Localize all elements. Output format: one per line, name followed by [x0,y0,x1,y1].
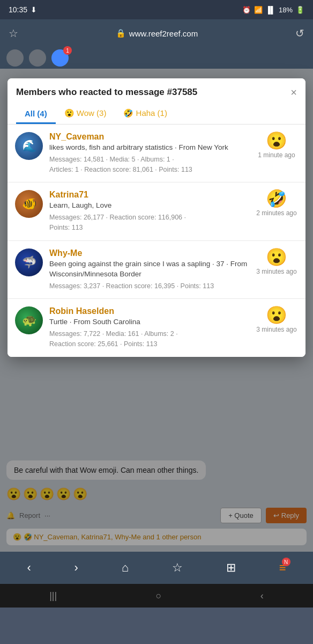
nav-tabs[interactable]: ⊞ [226,561,236,575]
nav-home[interactable]: ⌂ [122,561,129,575]
tab-haha-label: Haha (1) [136,108,167,118]
tab-wow[interactable]: 😮 Wow (3) [56,104,115,124]
signal-icon: ▐▌ [266,6,275,14]
wifi-icon: 📶 [254,6,263,14]
status-right: ⏰ 📶 ▐▌ 18% 🔋 [242,6,304,14]
member-stats-2: Reaction score: 25,661 · Points: 113 [49,340,158,348]
tab-wow-label: Wow (3) [77,108,107,118]
modal-title-row: Members who reacted to message #37585 × [16,87,297,98]
member-item: 🦈 Why-Me Been going against the grain si… [8,241,305,299]
member-list: 🌊 NY_Caveman likes words, fish and arbit… [8,125,305,357]
member-item: 🐢 Robin Haselden Turtle · From South Car… [8,299,305,356]
member-stats: Messages: 14,581 · Media: 5 · Albums: 1 … [49,155,249,175]
member-name[interactable]: NY_Caveman [49,132,249,142]
member-bio: Turtle · From South Carolina [49,317,249,327]
android-back[interactable]: ‹ [260,590,264,602]
reaction-emoji: 🤣 [266,190,287,207]
member-stats-1: Messages: 14,581 · Media: 5 · Albums: 1 … [49,156,174,163]
tab-haha[interactable]: 🤣 Haha (1) [115,104,176,124]
tab-all[interactable]: All (4) [16,105,56,124]
modal-title: Members who reacted to message #37585 [16,87,197,98]
member-stats-1: Messages: 3,237 · Reaction score: 16,395… [49,282,214,290]
reaction-time: 3 minutes ago [256,268,296,275]
member-name[interactable]: Why-Me [49,248,249,258]
nav-favorites[interactable]: ☆ [172,561,183,575]
avatar-image: 🐢 [15,306,43,334]
nav-back[interactable]: ‹ [27,561,31,575]
member-bio: Been going against the grain since I was… [49,259,249,280]
member-info: Why-Me Been going against the grain sinc… [49,248,249,291]
android-recent-apps[interactable]: ||| [49,590,57,602]
reaction-time: 2 minutes ago [256,209,296,217]
member-stats-2: Articles: 1 · Reaction score: 81,061 · P… [49,166,192,173]
reaction-time: 1 minute ago [258,151,295,159]
reaction-emoji: 😮 [266,132,287,149]
avatar[interactable]: 🐢 [15,306,43,334]
member-info: Robin Haselden Turtle · From South Carol… [49,306,249,349]
member-stats-1: Messages: 7,722 · Media: 161 · Albums: 2… [49,330,178,338]
tab-wow-emoji: 😮 [64,108,77,118]
time: 10:35 [9,5,27,14]
bottom-nav: ‹ › ⌂ ☆ ⊞ ≡ N [0,552,313,584]
browser-refresh-icon[interactable]: ↺ [295,27,304,40]
status-bar: 10:35 ⬇ ⏰ 📶 ▐▌ 18% 🔋 [0,0,313,19]
avatar[interactable]: 🦈 [15,248,43,276]
member-stats: Messages: 3,237 · Reaction score: 16,395… [49,281,249,291]
member-reaction: 😮 3 minutes ago [255,248,298,275]
url-text: www.reef2reef.com [129,29,198,38]
member-reaction: 😮 3 minutes ago [255,306,298,333]
avatar-image: 🌊 [15,132,43,160]
browser-url[interactable]: 🔒 www.reef2reef.com [116,28,198,38]
member-item: 🐠 Katrina71 Learn, Laugh, Love Messages:… [8,182,305,240]
member-info: Katrina71 Learn, Laugh, Love Messages: 2… [49,190,249,232]
member-bio: likes words, fish and arbitrary statisti… [49,143,249,153]
reaction-emoji: 😮 [266,248,287,266]
member-bio: Learn, Laugh, Love [49,201,249,211]
member-stats: Messages: 7,722 · Media: 161 · Albums: 2… [49,329,249,349]
avatar[interactable]: 🌊 [15,132,43,160]
content-area: Be careful with that Wow emoji. Can mean… [0,69,313,552]
download-icon: ⬇ [31,5,37,14]
member-info: NY_Caveman likes words, fish and arbitra… [49,132,249,174]
page-top-bar: 1 [0,47,313,69]
tab-all-label: All (4) [25,109,47,118]
modal-header: Members who reacted to message #37585 × … [8,78,305,125]
member-name[interactable]: Katrina71 [49,190,249,200]
nav-menu[interactable]: ≡ N [279,561,286,575]
reactions-modal: Members who reacted to message #37585 × … [8,78,305,357]
lock-icon: 🔒 [116,28,126,38]
browser-favorite-icon[interactable]: ☆ [9,27,18,40]
browser-bar: ☆ 🔒 www.reef2reef.com ↺ [0,19,313,47]
alarm-icon: ⏰ [242,6,251,14]
member-item: 🌊 NY_Caveman likes words, fish and arbit… [8,125,305,182]
nav-forward[interactable]: › [74,561,78,575]
tab-haha-emoji: 🤣 [123,108,136,118]
android-home[interactable]: ○ [156,590,162,602]
avatar[interactable]: 🐠 [15,190,43,218]
member-reaction: 🤣 2 minutes ago [255,190,298,217]
avatar-image: 🐠 [15,190,43,218]
member-stats: Messages: 26,177 · Reaction score: 116,9… [49,213,249,233]
nav-badge: N [282,558,290,566]
member-name[interactable]: Robin Haselden [49,306,249,316]
android-nav-bar: ||| ○ ‹ [0,584,313,608]
battery: 18% [279,6,293,14]
member-stats-1: Messages: 26,177 · Reaction score: 116,9… [49,214,186,221]
member-stats-2: Points: 113 [49,224,83,231]
reaction-time: 3 minutes ago [256,326,296,333]
battery-icon: 🔋 [296,6,304,14]
avatar-image: 🦈 [15,248,43,276]
member-reaction: 😮 1 minute ago [255,132,298,159]
modal-tabs: All (4) 😮 Wow (3) 🤣 Haha (1) [16,104,297,124]
reaction-emoji: 😮 [266,306,287,324]
close-button[interactable]: × [290,87,297,98]
status-left: 10:35 ⬇ [9,5,37,14]
